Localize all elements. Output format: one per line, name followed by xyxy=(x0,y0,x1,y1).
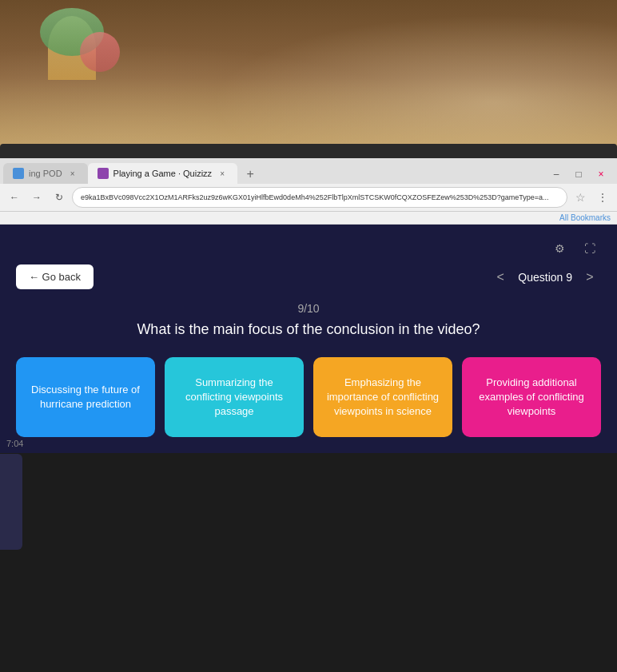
window-minimize-button[interactable]: – xyxy=(547,165,566,184)
bookmark-star-button[interactable]: ☆ xyxy=(571,188,590,207)
window-close-button[interactable]: × xyxy=(591,165,611,184)
bookmarks-bar: All Bookmarks xyxy=(0,212,617,225)
browser-chrome: ing POD × Playing a Game · Quizizz × + –… xyxy=(0,158,617,225)
go-back-label: ← Go back xyxy=(29,271,81,283)
answer-text-1: Discussing the future of hurricane predi… xyxy=(29,383,142,412)
next-question-button[interactable]: > xyxy=(579,266,601,288)
go-back-button[interactable]: ← Go back xyxy=(16,264,94,289)
window-maximize-button[interactable]: □ xyxy=(569,165,588,184)
answer-card-1[interactable]: Discussing the future of hurricane predi… xyxy=(16,357,155,437)
tab-quizizz[interactable]: Playing a Game · Quizizz × xyxy=(88,163,238,184)
question-nav-label: Question 9 xyxy=(518,271,572,284)
question-info: 9/10 What is the main focus of the concl… xyxy=(16,302,601,338)
tab-pod-close[interactable]: × xyxy=(67,168,78,179)
tab-quizizz-label: Playing a Game · Quizizz xyxy=(113,169,213,178)
url-text: e9ka1BxBVc098Vcc2X1OzM1ARFks2uz9z6wKGX01… xyxy=(81,193,549,201)
tab-quizizz-icon xyxy=(98,168,109,179)
tab-pod[interactable]: ing POD × xyxy=(3,163,88,184)
question-count: 9/10 xyxy=(16,302,601,315)
forward-button[interactable]: → xyxy=(27,188,46,207)
tab-quizizz-close[interactable]: × xyxy=(217,168,228,179)
question-text: What is the main focus of the conclusion… xyxy=(16,321,601,338)
answer-text-3: Emphasizing the importance of conflictin… xyxy=(326,376,440,420)
quiz-header-controls: ⚙ ⛶ xyxy=(16,233,601,264)
address-bar[interactable]: e9ka1BxBVc098Vcc2X1OzM1ARFks2uz9z6wKGX01… xyxy=(72,187,567,208)
browser-menu-button[interactable]: ⋮ xyxy=(593,188,612,207)
laptop-frame: ing POD × Playing a Game · Quizizz × + –… xyxy=(0,144,617,672)
browser-tabs: ing POD × Playing a Game · Quizizz × + –… xyxy=(0,158,617,184)
bookmarks-label: All Bookmarks xyxy=(559,213,611,222)
fullscreen-button[interactable]: ⛶ xyxy=(579,237,601,260)
refresh-button[interactable]: ↻ xyxy=(50,188,69,207)
tab-pod-label: ing POD xyxy=(29,169,62,178)
question-nav-controls: < Question 9 > xyxy=(489,266,601,288)
browser-actions: ⋮ xyxy=(593,188,612,207)
prev-question-button[interactable]: < xyxy=(489,266,512,288)
answer-text-2: Summarizing the conflicting viewpoints p… xyxy=(177,376,291,420)
quiz-navigation: ← Go back < Question 9 > xyxy=(16,264,601,289)
browser-toolbar: ← → ↻ e9ka1BxBVc098Vcc2X1OzM1ARFks2uz9z6… xyxy=(0,184,617,212)
answer-text-4: Providing additional examples of conflic… xyxy=(475,376,588,420)
answer-card-2[interactable]: Summarizing the conflicting viewpoints p… xyxy=(165,357,304,437)
answers-grid: Discussing the future of hurricane predi… xyxy=(16,357,601,437)
answer-card-3[interactable]: Emphasizing the importance of conflictin… xyxy=(313,357,452,437)
settings-button[interactable]: ⚙ xyxy=(548,237,571,260)
timestamp: 7:04 xyxy=(6,439,23,448)
answer-card-4[interactable]: Providing additional examples of conflic… xyxy=(462,357,601,437)
side-panel xyxy=(0,454,22,550)
tab-pod-icon xyxy=(13,168,24,179)
quiz-area: ⚙ ⛶ ← Go back < Question 9 > 9/10 What i… xyxy=(0,225,617,453)
back-button[interactable]: ← xyxy=(5,188,24,207)
new-tab-button[interactable]: + xyxy=(241,165,260,184)
